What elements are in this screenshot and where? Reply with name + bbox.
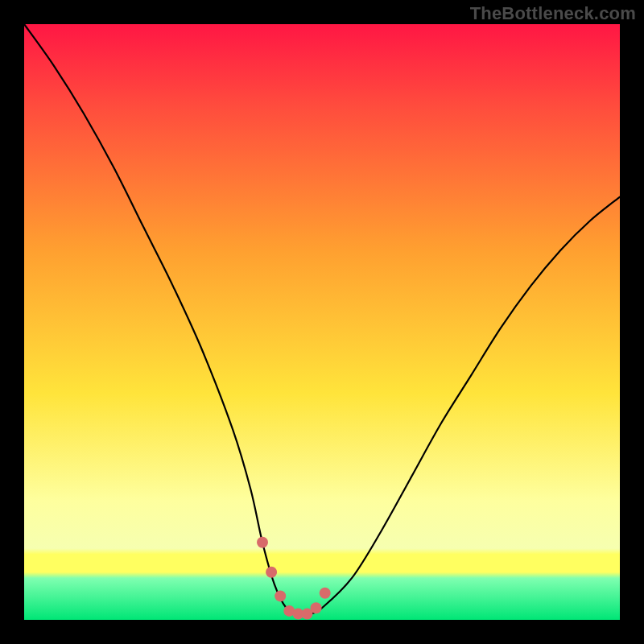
plot-gradient-background: [24, 24, 620, 620]
optimal-dot: [266, 567, 277, 578]
optimal-dot: [320, 588, 331, 599]
optimal-dot: [311, 602, 322, 613]
bottleneck-chart-svg: [0, 0, 644, 644]
optimal-dot: [257, 537, 268, 548]
watermark-text: TheBottleneck.com: [470, 3, 636, 24]
chart-frame: TheBottleneck.com: [0, 0, 644, 644]
optimal-dot: [275, 590, 286, 601]
